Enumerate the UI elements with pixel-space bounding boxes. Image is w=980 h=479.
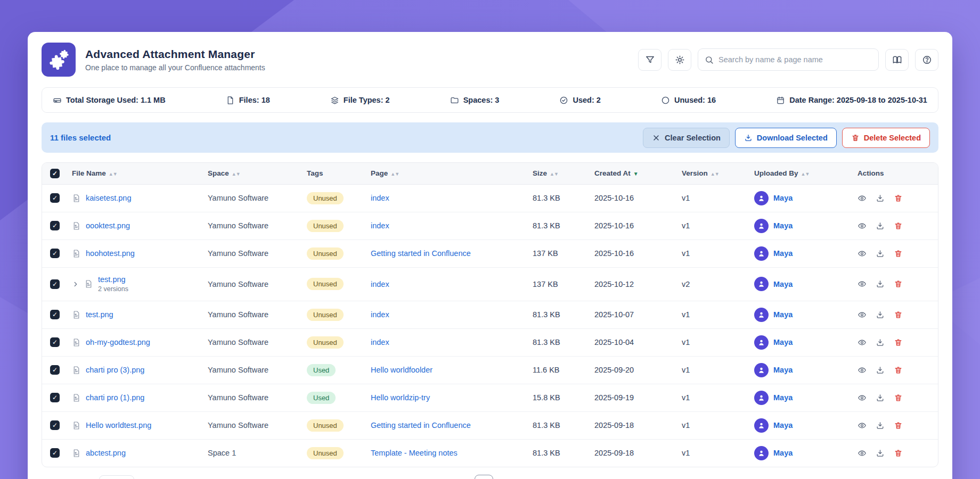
download-selected-button[interactable]: Download Selected	[735, 128, 837, 148]
column-header-uploaded-by[interactable]: Uploaded By▲▼	[750, 163, 853, 184]
delete-button[interactable]	[894, 393, 903, 402]
sort-icon[interactable]: ▲▼	[710, 171, 719, 177]
delete-button[interactable]	[894, 421, 903, 430]
view-button[interactable]	[858, 421, 867, 430]
sort-icon[interactable]: ▲▼	[232, 171, 240, 177]
row-checkbox[interactable]: ✓	[50, 365, 60, 375]
view-button[interactable]	[858, 366, 867, 375]
page-link[interactable]: index	[371, 194, 389, 202]
delete-button[interactable]	[894, 338, 903, 347]
uploader-link[interactable]: Maya	[773, 194, 793, 202]
uploader-link[interactable]: Maya	[773, 338, 793, 346]
expand-row-button[interactable]	[72, 280, 79, 288]
row-checkbox[interactable]: ✓	[50, 448, 60, 458]
page-number-1[interactable]: 1	[475, 475, 493, 479]
download-button[interactable]	[876, 310, 885, 319]
row-checkbox[interactable]: ✓	[50, 193, 60, 203]
select-all-checkbox[interactable]: ✓	[50, 169, 60, 178]
download-button[interactable]	[876, 366, 885, 375]
delete-button[interactable]	[894, 449, 903, 458]
file-name-link[interactable]: kaisetest.png	[86, 194, 131, 202]
uploader-link[interactable]: Maya	[773, 310, 793, 319]
download-button[interactable]	[876, 279, 885, 288]
rows-per-page-select[interactable]: 10	[99, 475, 134, 479]
row-checkbox[interactable]: ✓	[50, 393, 60, 402]
page-link[interactable]: Hello worldzip-try	[371, 393, 430, 402]
page-link[interactable]: index	[371, 338, 389, 346]
page-link[interactable]: Getting started in Confluence	[371, 421, 471, 430]
column-header-page[interactable]: Page▲▼	[366, 163, 528, 184]
view-button[interactable]	[858, 338, 867, 347]
delete-button[interactable]	[894, 194, 903, 203]
download-button[interactable]	[876, 449, 885, 458]
column-header-file-name[interactable]: File Name▲▼	[68, 163, 203, 184]
view-button[interactable]	[858, 194, 867, 203]
row-checkbox[interactable]: ✓	[50, 249, 60, 258]
page-link[interactable]: index	[371, 310, 389, 319]
file-name-link[interactable]: test.png	[98, 275, 126, 284]
filter-button[interactable]	[638, 49, 662, 71]
view-button[interactable]	[858, 393, 867, 402]
row-checkbox[interactable]: ✓	[50, 420, 60, 430]
delete-selected-button[interactable]: Delete Selected	[842, 128, 930, 148]
sort-icon[interactable]: ▲▼	[109, 171, 117, 177]
download-button[interactable]	[876, 194, 885, 203]
column-header-size[interactable]: Size▲▼	[528, 163, 590, 184]
file-name-link[interactable]: oh-my-godtest.png	[86, 338, 150, 346]
view-button[interactable]	[858, 449, 867, 458]
settings-button[interactable]	[668, 49, 691, 71]
sort-icon[interactable]: ▲▼	[390, 171, 399, 177]
download-button[interactable]	[876, 338, 885, 347]
search-input[interactable]	[718, 55, 872, 64]
row-checkbox[interactable]: ✓	[50, 221, 60, 230]
help-button[interactable]	[915, 49, 938, 71]
view-button[interactable]	[858, 249, 867, 258]
download-button[interactable]	[876, 421, 885, 430]
download-button[interactable]	[876, 393, 885, 402]
page-link[interactable]: Hello worldfoolder	[371, 366, 432, 374]
sort-icon[interactable]: ▲▼	[801, 171, 810, 177]
row-select-cell: ✓	[42, 212, 68, 240]
uploader-link[interactable]: Maya	[773, 221, 793, 230]
page-number-2[interactable]: 2	[501, 475, 519, 479]
file-name-link[interactable]: oooktest.png	[86, 221, 130, 230]
uploader-link[interactable]: Maya	[773, 421, 793, 430]
delete-button[interactable]	[894, 249, 903, 258]
delete-button[interactable]	[894, 310, 903, 319]
view-button[interactable]	[858, 279, 867, 288]
file-name-link[interactable]: charti pro (3).png	[86, 366, 144, 374]
row-checkbox[interactable]: ✓	[50, 279, 60, 289]
page-link[interactable]: index	[371, 221, 389, 230]
file-name-link[interactable]: hoohotest.png	[86, 249, 135, 258]
file-name-link[interactable]: charti pro (1).png	[86, 393, 144, 402]
file-name-link[interactable]: abctest.png	[86, 449, 126, 457]
delete-button[interactable]	[894, 279, 903, 288]
pagination: Previous 12 Next	[425, 475, 555, 479]
delete-button[interactable]	[894, 366, 903, 375]
uploader-link[interactable]: Maya	[773, 280, 793, 288]
uploader-link[interactable]: Maya	[773, 449, 793, 457]
file-name-link[interactable]: Hello worldtest.png	[86, 421, 151, 430]
sort-icon[interactable]: ▲▼	[550, 171, 558, 177]
column-header-version[interactable]: Version▲▼	[677, 163, 750, 184]
docs-button[interactable]	[885, 49, 909, 71]
page-link[interactable]: Getting started in Confluence	[371, 249, 471, 258]
page-link[interactable]: Template - Meeting notes	[371, 449, 458, 457]
view-button[interactable]	[858, 310, 867, 319]
delete-button[interactable]	[894, 221, 903, 230]
column-header-created-at[interactable]: Created At▼	[590, 163, 677, 184]
row-checkbox[interactable]: ✓	[50, 310, 60, 319]
sort-desc-icon[interactable]: ▼	[633, 171, 639, 177]
download-button[interactable]	[876, 249, 885, 258]
delete-icon	[894, 279, 903, 288]
row-checkbox[interactable]: ✓	[50, 337, 60, 347]
file-name-link[interactable]: test.png	[86, 310, 113, 319]
uploader-link[interactable]: Maya	[773, 249, 793, 258]
clear-selection-button[interactable]: Clear Selection	[643, 128, 730, 148]
page-link[interactable]: index	[371, 280, 389, 288]
uploader-link[interactable]: Maya	[773, 393, 793, 402]
actions-cell	[853, 439, 938, 467]
uploader-link[interactable]: Maya	[773, 366, 793, 374]
download-button[interactable]	[876, 221, 885, 230]
view-button[interactable]	[858, 221, 867, 230]
